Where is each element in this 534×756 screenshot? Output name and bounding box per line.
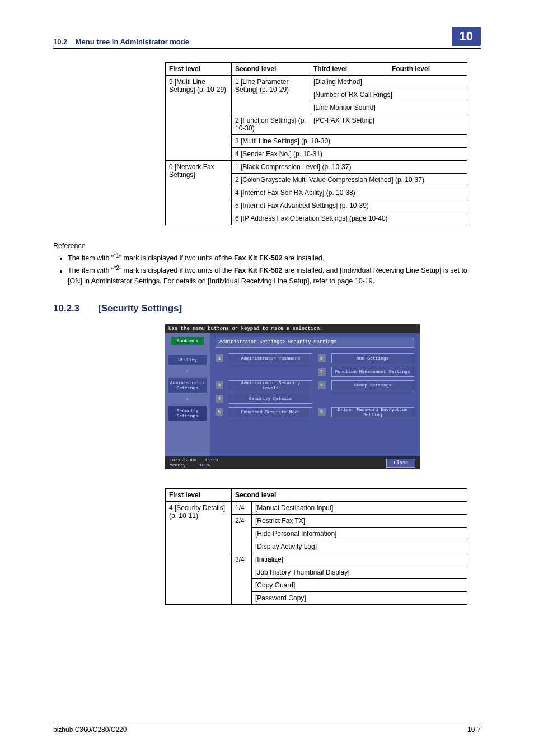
- screenshot-status-bar: 10/13/2008 15:18 Memory 100% Close: [165, 456, 420, 470]
- cell-ip-address-fax: 6 [IP Address Fax Operation Settings] (p…: [232, 212, 467, 225]
- down-arrow-icon: ⬇: [186, 368, 189, 375]
- cell-page-3-4: 3/4: [232, 553, 252, 605]
- cell-hide-personal: [Hide Personal Information]: [252, 528, 467, 540]
- table-row: 9 [Multi Line Settings] (p. 10-29) 1 [Li…: [166, 76, 467, 88]
- page-number: 10-7: [467, 726, 481, 734]
- cell-security-details: 4 [Security Details] (p. 10-11): [166, 502, 232, 605]
- col-first-level: First level: [166, 63, 232, 76]
- security-settings-tab[interactable]: Security Settings: [168, 406, 207, 421]
- stamp-settings-button[interactable]: Stamp Settings: [331, 380, 415, 390]
- cell-job-history: [Job History Thumbnail Display]: [252, 566, 467, 579]
- header-section-ref: 10.2: [53, 38, 67, 46]
- cell-internet-fax-adv: 5 [Internet Fax Advanced Settings] (p. 1…: [232, 199, 467, 212]
- ref1-pre: The item with ": [68, 254, 114, 262]
- table-row: 4 [Security Details] (p. 10-11) 1/4 [Man…: [166, 502, 467, 515]
- col-first-level: First level: [166, 489, 232, 502]
- screenshot-hint-bar: Use the menu buttons or keypad to make a…: [165, 324, 420, 333]
- status-time: 15:18: [204, 458, 218, 463]
- ref1-bold: Fax Kit FK-502: [234, 254, 283, 262]
- cell-color-grayscale: 2 [Color/Grayscale Multi-Value Compressi…: [232, 174, 467, 186]
- security-details-table: First level Second level 4 [Security Det…: [165, 488, 467, 605]
- reference-block: Reference The item with "*1" mark is dis…: [53, 241, 481, 286]
- screenshot-left-nav: Bookmark Utility ⬇ Administrator Setting…: [165, 333, 210, 456]
- page-footer: bizhub C360/C280/C220 10-7: [53, 722, 481, 734]
- keypad-3: 3: [216, 381, 223, 389]
- col-third-level: Third level: [310, 63, 388, 76]
- close-button[interactable]: Close: [386, 459, 415, 468]
- cell-sender-fax-no: 4 [Sender Fax No.] (p. 10-31): [232, 148, 467, 161]
- page-header: 10.2 Menu tree in Administrator mode 10: [53, 27, 481, 49]
- section-title: [Security Settings]: [98, 303, 182, 314]
- function-mgmt-button[interactable]: Function Management Settings: [331, 367, 415, 377]
- chapter-badge: 10: [452, 27, 481, 46]
- hdd-settings-button[interactable]: HDD Settings: [331, 353, 415, 363]
- ref2-pre: The item with ": [68, 267, 114, 275]
- reference-item-1: The item with "*1" mark is displayed if …: [68, 252, 481, 263]
- ref1-post: " mark is displayed if two units of the: [119, 254, 234, 262]
- keypad-5: 5: [216, 408, 223, 416]
- cell-activity-log: [Display Activity Log]: [252, 540, 467, 553]
- ref2-post: " mark is displayed if two units of the: [119, 267, 234, 275]
- cell-page-2-4: 2/4: [232, 515, 252, 553]
- status-memory-label: Memory: [170, 463, 186, 468]
- enhanced-security-button[interactable]: Enhanced Security Mode: [229, 407, 312, 417]
- bookmark-tab[interactable]: Bookmark: [171, 337, 204, 345]
- section-path: 10.2 Menu tree in Administrator mode: [53, 38, 189, 46]
- cell-pc-fax: [PC-FAX TX Setting]: [310, 114, 467, 135]
- col-second-level: Second level: [232, 489, 467, 502]
- cell-multi-line-settings: 3 [Multi Line Settings] (p. 10-30): [232, 135, 467, 148]
- cell-dialing-method: [Dialing Method]: [310, 76, 467, 88]
- cell-password-copy: [Password Copy]: [252, 592, 467, 605]
- cell-line-monitor: [Line Monitor Sound]: [310, 101, 467, 114]
- keypad-0: 0: [318, 408, 326, 416]
- col-second-level: Second level: [232, 63, 310, 76]
- cell-black-compression: 1 [Black Compression Level] (p. 10-37): [232, 161, 467, 174]
- ref2-bold: Fax Kit FK-502: [234, 267, 283, 275]
- ref2-sup: *2: [114, 265, 119, 271]
- reference-item-2: The item with "*2" mark is displayed if …: [68, 264, 481, 286]
- col-fourth-level: Fourth level: [388, 63, 467, 76]
- cell-manual-dest: [Manual Destination Input]: [252, 502, 467, 515]
- menu-tree-table: First level Second level Third level Fou…: [165, 62, 467, 225]
- status-memory-pct: 100%: [199, 463, 210, 468]
- down-arrow-icon: ⬇: [186, 396, 189, 403]
- header-title: Menu tree in Administrator mode: [76, 38, 189, 46]
- reference-title: Reference: [53, 241, 481, 251]
- admin-settings-tab[interactable]: Administrator Settings: [168, 378, 207, 393]
- cell-page-1-4: 1/4: [232, 502, 252, 515]
- ref1-end: are installed.: [283, 254, 324, 262]
- keypad-7: 7: [318, 368, 326, 376]
- cell-copy-guard: [Copy Guard]: [252, 579, 467, 592]
- table-header-row: First level Second level: [166, 489, 467, 502]
- section-heading: 10.2.3[Security Settings]: [53, 303, 481, 314]
- cell-line-param: 1 [Line Parameter Setting] (p. 10-29): [232, 76, 310, 114]
- section-number: 10.2.3: [53, 303, 98, 314]
- keypad-1: 1: [216, 354, 223, 362]
- cell-internet-fax-rx: 4 [Internet Fax Self RX Ability] (p. 10-…: [232, 186, 467, 199]
- keypad-4: 4: [216, 395, 223, 403]
- status-date: 10/13/2008: [170, 458, 196, 463]
- keypad-8: 8: [318, 381, 326, 389]
- ref1-sup: *1: [114, 253, 119, 259]
- admin-password-button[interactable]: Administrator Password: [229, 353, 312, 363]
- cell-restrict-fax: [Restrict Fax TX]: [252, 515, 467, 528]
- breadcrumb: Administrator Settings> Security Setting…: [216, 337, 414, 348]
- keypad-6: 6: [318, 354, 326, 362]
- driver-password-button[interactable]: Driver Password Encryption Setting: [331, 407, 415, 417]
- product-name: bizhub C360/C280/C220: [53, 726, 127, 734]
- cell-function-settings: 2 [Function Settings] (p. 10-30): [232, 114, 310, 135]
- device-screenshot: Use the menu buttons or keypad to make a…: [165, 324, 420, 470]
- table-row: 0 [Network Fax Settings] 1 [Black Compre…: [166, 161, 467, 174]
- cell-initialize: [Initialize]: [252, 553, 467, 566]
- table-header-row: First level Second level Third level Fou…: [166, 63, 467, 76]
- cell-network-fax: 0 [Network Fax Settings]: [166, 161, 232, 225]
- cell-first-level-multi-line: 9 [Multi Line Settings] (p. 10-29): [166, 76, 232, 161]
- cell-rx-call-rings: [Number of RX Call Rings]: [310, 88, 467, 101]
- utility-tab[interactable]: Utility: [168, 355, 207, 365]
- screenshot-hint: Use the menu buttons or keypad to make a…: [168, 326, 322, 332]
- admin-security-levels-button[interactable]: Administrator Security Levels: [229, 380, 312, 390]
- security-details-button[interactable]: Security Details: [229, 394, 312, 404]
